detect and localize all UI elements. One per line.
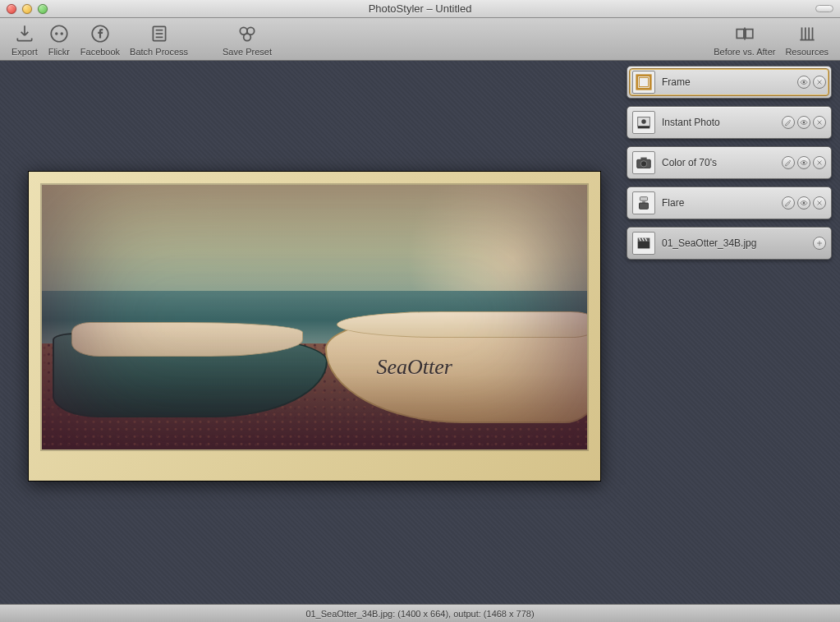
main-area: SeaOtter Frame Instant Photo	[0, 61, 840, 604]
layer-color-70s[interactable]: Color of 70's	[627, 146, 832, 179]
before-after-label: Before vs. After	[714, 47, 775, 57]
adjust-layer[interactable]	[782, 116, 795, 129]
toolbar-toggle-pill[interactable]	[815, 5, 833, 12]
titlebar: PhotoStyler – Untitled	[0, 0, 840, 18]
toolbar: Export Flickr Facebook Batch Process Sav…	[0, 18, 840, 61]
resources-button[interactable]: Resources	[780, 22, 833, 57]
visibility-toggle[interactable]	[797, 196, 810, 210]
camera-thumb-icon	[632, 151, 655, 174]
layer-flare[interactable]: Flare	[627, 187, 832, 219]
zoom-window-button[interactable]	[38, 4, 48, 14]
svg-point-2	[60, 32, 62, 35]
clapperboard-thumb-icon	[632, 232, 655, 255]
svg-rect-36	[640, 197, 647, 201]
svg-rect-11	[737, 30, 744, 39]
svg-point-27	[803, 122, 805, 123]
visibility-toggle[interactable]	[797, 116, 810, 129]
adjust-layer[interactable]	[782, 196, 795, 210]
svg-rect-42	[638, 241, 650, 248]
save-preset-icon	[236, 22, 259, 45]
before-after-button[interactable]: Before vs. After	[709, 22, 780, 57]
delete-layer[interactable]	[813, 196, 826, 210]
flickr-icon	[48, 22, 71, 45]
canvas-viewport[interactable]: SeaOtter	[0, 61, 627, 604]
svg-rect-25	[638, 127, 650, 129]
svg-point-1	[55, 32, 57, 35]
resources-label: Resources	[785, 47, 829, 57]
status-text: 01_SeaOtter_34B.jpg: (1400 x 664), outpu…	[305, 609, 534, 619]
add-layer-button[interactable]	[813, 237, 826, 250]
layer-label: Color of 70's	[662, 157, 775, 168]
batch-process-label: Batch Process	[130, 47, 188, 57]
save-preset-button[interactable]: Save Preset	[218, 22, 277, 57]
batch-process-icon	[148, 22, 171, 45]
delete-layer[interactable]	[813, 156, 826, 169]
close-window-button[interactable]	[7, 4, 16, 14]
source-filename: 01_SeaOtter_34B.jpg	[662, 237, 806, 249]
layer-frame[interactable]: Frame	[627, 66, 832, 99]
source-image-row[interactable]: 01_SeaOtter_34B.jpg	[627, 227, 832, 260]
facebook-icon	[89, 22, 112, 45]
export-label: Export	[11, 47, 38, 57]
window-controls	[0, 4, 48, 14]
flash-thumb-icon	[632, 191, 655, 214]
resources-icon	[796, 22, 819, 45]
svg-point-10	[244, 34, 251, 41]
frame-thumb-icon	[632, 71, 655, 94]
svg-point-26	[641, 119, 646, 124]
export-button[interactable]: Export	[7, 22, 43, 57]
visibility-toggle[interactable]	[797, 156, 810, 169]
layer-label: Frame	[662, 76, 791, 88]
delete-layer[interactable]	[813, 116, 826, 129]
preview-image: SeaOtter	[40, 183, 589, 451]
boat-text: SeaOtter	[376, 355, 452, 380]
svg-rect-20	[640, 78, 649, 87]
flickr-label: Flickr	[48, 47, 70, 57]
svg-point-0	[51, 25, 67, 42]
batch-process-button[interactable]: Batch Process	[125, 22, 193, 57]
visibility-toggle[interactable]	[797, 76, 810, 89]
svg-rect-38	[640, 203, 649, 209]
svg-point-21	[803, 81, 805, 83]
svg-point-33	[803, 162, 805, 164]
adjust-layer[interactable]	[782, 156, 795, 169]
save-preset-label: Save Preset	[223, 47, 272, 57]
facebook-label: Facebook	[80, 47, 120, 57]
delete-layer[interactable]	[813, 76, 826, 89]
image-frame: SeaOtter	[28, 171, 601, 481]
export-icon	[13, 22, 36, 45]
minimize-window-button[interactable]	[22, 4, 32, 14]
flickr-button[interactable]: Flickr	[43, 22, 76, 57]
layer-label: Instant Photo	[662, 117, 775, 128]
svg-rect-12	[746, 30, 753, 39]
svg-rect-31	[640, 158, 646, 160]
window-title: PhotoStyler – Untitled	[0, 2, 840, 15]
layers-panel: Frame Instant Photo Color of 70's	[627, 61, 840, 604]
facebook-button[interactable]: Facebook	[76, 22, 125, 57]
status-bar: 01_SeaOtter_34B.jpg: (1400 x 664), outpu…	[0, 604, 840, 622]
layer-label: Flare	[662, 197, 775, 209]
instant-photo-thumb-icon	[632, 111, 655, 134]
svg-point-32	[640, 161, 646, 167]
layer-instant-photo[interactable]: Instant Photo	[627, 106, 832, 139]
before-after-icon	[733, 22, 756, 45]
svg-point-39	[803, 202, 805, 204]
